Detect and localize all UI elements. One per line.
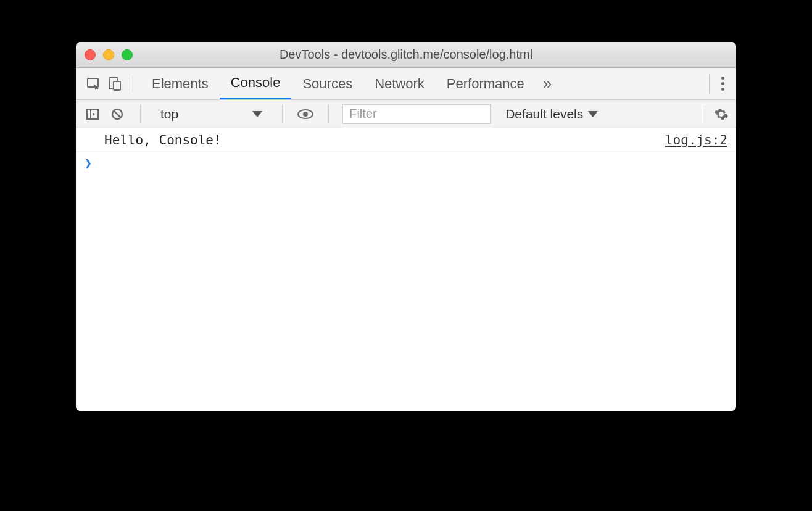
devtools-window: DevTools - devtools.glitch.me/console/lo…: [76, 42, 736, 411]
console-settings-icon[interactable]: [705, 105, 729, 123]
console-output: Hello, Console! log.js:2 ❯: [76, 128, 736, 411]
tab-console[interactable]: Console: [220, 68, 292, 99]
prompt-caret-icon: ❯: [85, 156, 92, 170]
close-window-button[interactable]: [85, 49, 96, 60]
separator: [328, 105, 329, 123]
separator: [282, 105, 283, 123]
separator: [140, 105, 141, 123]
filter-input[interactable]: [342, 104, 491, 124]
svg-rect-2: [114, 81, 120, 90]
log-entry[interactable]: Hello, Console! log.js:2: [76, 128, 736, 152]
svg-point-8: [303, 112, 308, 117]
settings-menu-icon[interactable]: [709, 75, 729, 93]
execution-context-select[interactable]: top: [154, 107, 268, 122]
execution-context-label: top: [160, 107, 178, 122]
svg-line-6: [114, 110, 120, 117]
panel-tabs: Elements Console Sources Network Perform…: [76, 68, 736, 100]
traffic-lights: [76, 49, 133, 60]
show-console-sidebar-icon[interactable]: [83, 105, 102, 123]
svg-rect-0: [88, 78, 98, 87]
tab-sources[interactable]: Sources: [291, 68, 363, 99]
log-levels-select[interactable]: Default levels: [505, 107, 598, 122]
log-source-link[interactable]: log.js:2: [665, 133, 727, 147]
minimize-window-button[interactable]: [103, 49, 114, 60]
more-tabs-icon[interactable]: »: [536, 74, 559, 93]
log-levels-label: Default levels: [505, 107, 583, 122]
live-expression-icon[interactable]: [296, 105, 315, 123]
separator: [133, 75, 133, 93]
tab-elements[interactable]: Elements: [141, 68, 220, 99]
zoom-window-button[interactable]: [122, 49, 133, 60]
console-toolbar: top Default levels: [76, 100, 736, 128]
chevron-down-icon: [252, 111, 262, 117]
inspect-element-icon[interactable]: [83, 73, 104, 94]
log-message: Hello, Console!: [104, 133, 222, 147]
title-bar: DevTools - devtools.glitch.me/console/lo…: [76, 42, 736, 68]
tab-network[interactable]: Network: [363, 68, 436, 99]
window-title: DevTools - devtools.glitch.me/console/lo…: [76, 48, 736, 62]
chevron-down-icon: [588, 111, 598, 117]
clear-console-icon[interactable]: [108, 105, 126, 123]
console-prompt[interactable]: ❯: [76, 152, 736, 174]
device-toolbar-icon[interactable]: [104, 73, 125, 94]
tab-performance[interactable]: Performance: [436, 68, 536, 99]
